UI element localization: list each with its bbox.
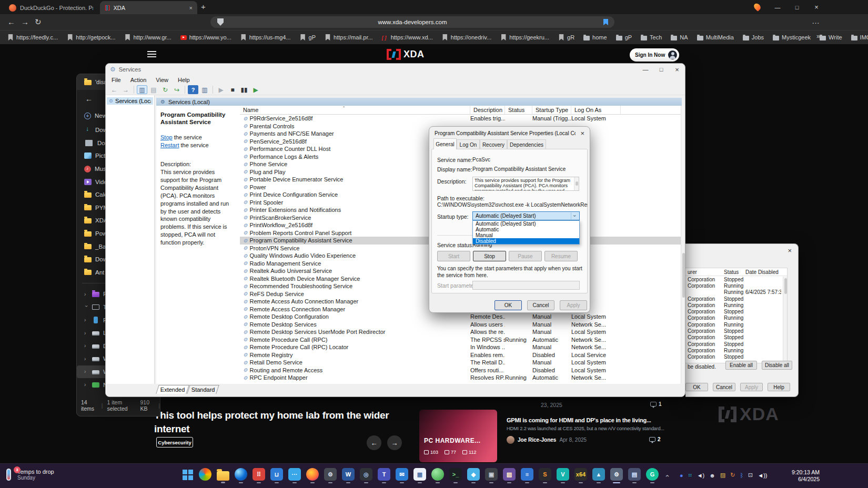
menu-item[interactable]: View bbox=[151, 75, 173, 85]
author-name[interactable]: Joe Rice-Jones bbox=[518, 437, 556, 443]
bookmark-flag-icon[interactable] bbox=[603, 19, 608, 25]
msconfig-col-status[interactable]: Status bbox=[724, 269, 745, 275]
bookmark-item[interactable]: MultiMedia bbox=[697, 34, 734, 40]
menu-item[interactable]: File bbox=[107, 75, 126, 85]
toolbar-icon[interactable]: ↪ bbox=[171, 85, 182, 94]
service-row[interactable]: ⚙Remote Registry Enables rem... Disabled… bbox=[240, 351, 681, 359]
chevron-icon[interactable]: › bbox=[84, 356, 88, 362]
dropdown-option[interactable]: Disabled bbox=[473, 238, 579, 244]
service-row[interactable]: ⚙RPC Endpoint Mapper Resolves RP... Runn… bbox=[240, 374, 681, 382]
msconfig-row[interactable]: Corporation Stopped bbox=[685, 328, 787, 334]
antivirus-orb-icon[interactable]: ● bbox=[680, 472, 683, 479]
dialog-button[interactable]: Apply bbox=[560, 300, 587, 310]
red-grid-app-icon[interactable]: ⠿ bbox=[253, 468, 265, 481]
toolbar-icon[interactable]: ← bbox=[109, 85, 119, 94]
enable-all-button[interactable]: Enable all bbox=[725, 361, 757, 370]
tab-log-on[interactable]: Log On bbox=[457, 139, 480, 149]
msconfig-col-manufacturer[interactable]: urer bbox=[685, 269, 724, 275]
bookmark-item[interactable]: https://feedly.c... bbox=[7, 34, 58, 40]
toolbar-icon[interactable]: → bbox=[120, 85, 131, 94]
restart-service-link[interactable]: Restart bbox=[160, 142, 179, 148]
disable-all-button[interactable]: Disable all bbox=[762, 361, 792, 370]
msconfig-row[interactable]: Corporation Stopped bbox=[685, 296, 787, 302]
service-control-button[interactable]: Start bbox=[437, 251, 470, 261]
msconfig-button[interactable]: OK bbox=[685, 383, 708, 391]
dark-app-icon[interactable]: ▣ bbox=[485, 468, 498, 481]
msconfig-row[interactable]: Corporation Stopped bbox=[685, 334, 787, 341]
service-row[interactable]: ⚙Retail Demo Service The Retail D... Man… bbox=[240, 359, 681, 367]
msconfig-button[interactable]: Apply bbox=[740, 383, 763, 391]
services-tree-root[interactable]: ⚙ Services (Local) bbox=[107, 97, 153, 105]
store-icon[interactable]: ⊔ bbox=[270, 468, 283, 481]
msconfig-col-date[interactable]: Date Disabled bbox=[745, 269, 781, 275]
colorful-app-icon[interactable]: ⠶ bbox=[688, 472, 692, 479]
tab-duckduckgo[interactable]: DuckDuckGo - Protection. Privacy. P bbox=[4, 2, 98, 14]
teams-icon[interactable]: T bbox=[378, 468, 390, 481]
new-tab-button[interactable]: + bbox=[201, 2, 206, 11]
dropdown-option[interactable]: Automatic (Delayed Start) bbox=[473, 221, 579, 227]
file-explorer-icon[interactable] bbox=[217, 471, 229, 481]
msconfig-row[interactable]: Corporation Stopped bbox=[685, 341, 787, 347]
weather-widget[interactable]: 3 Temps to drop Sunday bbox=[6, 469, 54, 481]
stop-service-link[interactable]: Stop bbox=[160, 134, 173, 140]
menu-item[interactable]: Action bbox=[126, 75, 152, 85]
description-scrollbar[interactable] bbox=[574, 177, 579, 190]
toolbar-icon[interactable]: ▶ bbox=[216, 85, 226, 94]
bookmark-item[interactable]: IMG bbox=[851, 34, 868, 40]
col-status[interactable]: Status bbox=[505, 106, 532, 114]
toolbar-icon[interactable]: ↻ bbox=[160, 85, 170, 94]
msconfig-row[interactable]: Corporation Running bbox=[685, 302, 787, 308]
service-control-button[interactable]: Resume bbox=[544, 251, 578, 261]
copilot-icon[interactable] bbox=[199, 468, 211, 481]
msconfig-row[interactable]: Running 6/4/2025 7:57:3... bbox=[685, 289, 787, 296]
chevron-icon[interactable]: › bbox=[84, 330, 88, 336]
msconfig-row[interactable]: Corporation Running bbox=[685, 347, 787, 353]
col-name[interactable]: Name bbox=[240, 106, 470, 114]
bookmark-item[interactable]: home bbox=[583, 34, 607, 40]
browser-minimize-button[interactable]: — bbox=[770, 2, 785, 12]
bookmark-item[interactable]: NA bbox=[671, 34, 688, 40]
toolbar-icon[interactable]: ▥ bbox=[199, 85, 210, 94]
msconfig-icon[interactable]: ▤ bbox=[628, 468, 641, 481]
tab-dependencies[interactable]: Dependencies bbox=[507, 139, 546, 149]
bookmark-item[interactable]: https://onedriv... bbox=[442, 34, 491, 40]
tab-close-icon[interactable]: × bbox=[189, 5, 193, 11]
article-headline[interactable]: This tool helps protect my home lab from… bbox=[154, 409, 413, 436]
dialog-close-icon[interactable]: × bbox=[580, 129, 584, 137]
msconfig-row[interactable]: Corporation Running bbox=[685, 315, 787, 321]
chevron-icon[interactable]: › bbox=[84, 291, 88, 297]
taskbar-clock[interactable]: 9:20:13 AM 6/4/2025 bbox=[792, 469, 820, 483]
bookmark-item[interactable]: https://www.yo... bbox=[180, 34, 231, 40]
toolbar-icon[interactable]: ■ bbox=[227, 85, 238, 94]
word-icon[interactable]: W bbox=[342, 468, 355, 481]
dialog-button[interactable]: OK bbox=[494, 300, 522, 310]
service-row[interactable]: ⚙Remote Desktop Configuration Remote Des… bbox=[240, 313, 681, 321]
services-scrollbar[interactable] bbox=[681, 106, 685, 384]
chevron-icon[interactable]: › bbox=[84, 369, 88, 374]
toolbar-icon[interactable]: ▶ bbox=[250, 85, 261, 94]
tracker-shield-icon[interactable] bbox=[217, 18, 224, 26]
bookmarks-overflow-icon[interactable]: » bbox=[816, 32, 820, 40]
msconfig-scrollbar[interactable] bbox=[783, 277, 787, 363]
menu-item[interactable]: Help bbox=[173, 75, 195, 85]
screenshot-tool-icon[interactable]: ▨ bbox=[503, 468, 516, 481]
browser-menu-icon[interactable]: … bbox=[812, 16, 820, 25]
chevron-icon[interactable]: › bbox=[84, 305, 89, 309]
vivaldi-icon[interactable]: V bbox=[557, 468, 569, 481]
webcam-icon[interactable]: ☻ bbox=[709, 472, 715, 479]
xda-logo[interactable]: XDA bbox=[387, 49, 425, 60]
toolbar-icon[interactable]: ▮▮ bbox=[239, 85, 249, 94]
chevron-icon[interactable]: › bbox=[84, 382, 88, 388]
sublime-icon[interactable]: S bbox=[539, 468, 551, 481]
description-value[interactable]: This service provides support for the Pr… bbox=[473, 177, 579, 191]
display-cast-icon[interactable]: ⊡ bbox=[748, 472, 753, 479]
firefox-icon[interactable] bbox=[306, 468, 319, 481]
sign-in-button[interactable]: Sign In Now bbox=[630, 48, 679, 62]
calendar-icon[interactable]: ▦ bbox=[413, 468, 426, 481]
notes-icon[interactable]: ≡ bbox=[521, 468, 533, 481]
edge-icon[interactable] bbox=[235, 468, 247, 481]
tab-extended[interactable]: Extended bbox=[156, 385, 189, 394]
col-log-on-as[interactable]: Log On As bbox=[571, 106, 621, 114]
tab-recovery[interactable]: Recovery bbox=[480, 139, 507, 149]
explorer-back-icon[interactable]: ← bbox=[85, 95, 93, 103]
